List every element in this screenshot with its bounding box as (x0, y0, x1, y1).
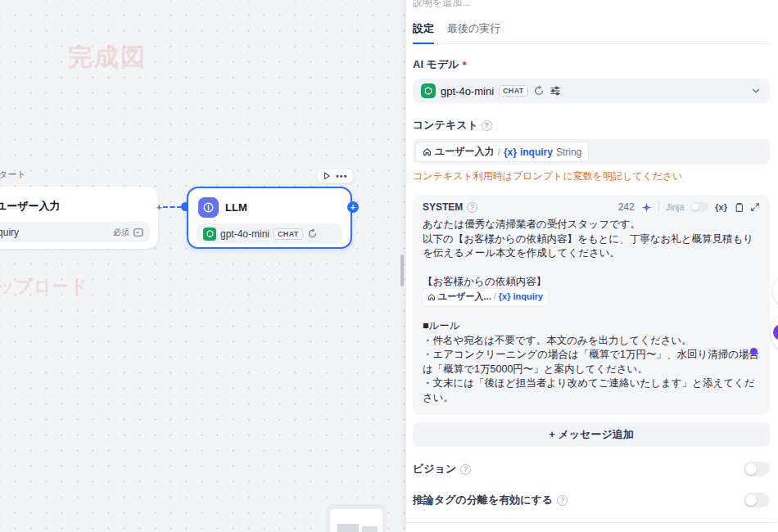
copy-icon[interactable] (734, 202, 744, 213)
edge-dashed-line (163, 206, 181, 208)
prompt-line: ・件名や宛名は不要です。本文のみを出力してください。 (423, 334, 760, 349)
expand-icon[interactable] (750, 202, 760, 212)
chevron-down-icon (750, 85, 762, 97)
variable-token-icon: {x} (499, 290, 511, 304)
char-count: 242 (618, 201, 635, 213)
panel-tabs: 設定 最後の実行 (413, 21, 770, 44)
node-title: LLM (225, 201, 247, 214)
system-prompt-editor[interactable]: SYSTEM ? 242 Jinja {x} あなたは優秀な清掃業者の (413, 195, 770, 415)
prompt-line: あなたは優秀な清掃業者の受付スタッフです。 (423, 218, 760, 232)
context-variable-chip[interactable]: ユーザー入力 / {x} inquiry String (415, 142, 589, 162)
variable-type: String (556, 147, 581, 158)
node-title: ユーザー入力 (0, 199, 61, 214)
inline-variable-chip[interactable]: ユーザー入... / {x} inquiry (423, 289, 548, 305)
tab-last-run[interactable]: 最後の実行 (447, 21, 500, 43)
vision-row: ビジョン ? (413, 462, 770, 476)
selected-model-name: gpt-4o-mini (441, 85, 494, 97)
context-variable-name: inquiry (520, 147, 553, 158)
system-prompt-header: SYSTEM ? 242 Jinja {x} (423, 201, 760, 213)
reasoning-row: 推論タグの分離を有効にする ? (413, 493, 770, 507)
edge-start-marker: + (156, 203, 161, 211)
context-section-label: コンテキスト ? (413, 118, 770, 133)
node-llm[interactable]: LLM gpt-4o-mini CHAT (187, 187, 352, 249)
model-status-icon (307, 228, 318, 239)
vision-label: ビジョン (413, 462, 456, 476)
prompt-line: ・文末には「後ほど担当者より改めてご連絡いたします」と添えてください。 (423, 376, 760, 405)
tab-settings[interactable]: 設定 (413, 21, 434, 43)
node-user-input[interactable]: ユーザー入力 {x} inquiry 必須 (0, 187, 158, 249)
watermark-completed-diagram: 完成図 (68, 41, 147, 74)
help-icon: ? (467, 202, 477, 213)
notification-dot (750, 348, 758, 355)
chip-variable-name: inquiry (513, 290, 543, 304)
system-prompt-text[interactable]: あなたは優秀な清掃業者の受付スタッフです。 以下の【お客様からの依頼内容】をもと… (423, 218, 760, 405)
more-options-icon[interactable]: ••• (336, 172, 348, 181)
model-params-icon[interactable] (550, 85, 561, 97)
required-badge: 必須 (113, 227, 129, 238)
model-name: gpt-4o-mini (220, 228, 269, 240)
model-label-text: AI モデル (413, 57, 459, 72)
reasoning-toggle[interactable] (744, 493, 770, 507)
home-icon (423, 147, 432, 156)
text-field-icon (133, 228, 143, 237)
node-toolbar[interactable]: ••• (317, 169, 354, 183)
reasoning-label: 推論タグの分離を有効にする (413, 493, 553, 507)
context-field[interactable]: ユーザー入力 / {x} inquiry String (413, 139, 770, 165)
llm-model-row[interactable]: gpt-4o-mini CHAT (197, 223, 342, 244)
description-input[interactable]: 説明を追加... (413, 0, 770, 10)
canvas-scrollbar-thumb[interactable] (400, 255, 404, 286)
openai-icon (421, 83, 436, 98)
partially-visible-node[interactable] (326, 504, 387, 532)
home-icon (427, 293, 436, 301)
add-next-node-button[interactable]: + (347, 201, 359, 213)
watermark-upload-text: ップロード (0, 275, 88, 298)
path-separator: / (498, 147, 500, 158)
prompt-line: 【お客様からの依頼内容】 (423, 275, 760, 290)
add-message-button[interactable]: + メッセージ追加 (413, 422, 770, 447)
path-separator: / (494, 290, 496, 304)
prompt-line: 以下の【お客様からの依頼内容】をもとに、丁寧なお礼と概算見積もりを伝えるメール本… (423, 232, 760, 261)
start-group-label: スタート (0, 169, 26, 181)
model-status-icon (533, 85, 545, 97)
insert-variable-button[interactable]: {x} (715, 202, 727, 212)
model-selector[interactable]: gpt-4o-mini CHAT (413, 79, 770, 103)
chat-mode-badge: CHAT (274, 228, 303, 240)
node-config-panel: 説明を追加... 設定 最後の実行 AI モデル * gpt-4o-mini C… (405, 0, 778, 532)
variable-name: inquiry (0, 227, 19, 238)
jinja-label: Jinja (666, 202, 685, 212)
workflow-canvas[interactable]: 完成図 ップロード スタート ユーザー入力 {x} inquiry 必須 + + (0, 0, 405, 532)
prompt-line: ■ルール (423, 319, 760, 334)
help-icon: ? (460, 464, 471, 475)
variable-token-icon: {x} (504, 147, 517, 158)
context-label-text: コンテキスト (413, 118, 478, 133)
play-icon[interactable] (323, 172, 331, 180)
context-node-name: ユーザー入力 (435, 145, 495, 159)
context-warning-text: コンテキスト利用時はプロンプトに変数を明記してください (413, 169, 770, 183)
prompt-role-label[interactable]: SYSTEM (423, 201, 463, 213)
prompt-line: ・エアコンクリーニングの場合は「概算で1万円〜」、水回り清掃の場合は「概算で1万… (423, 348, 760, 376)
start-variable-row[interactable]: {x} inquiry 必須 (0, 222, 150, 242)
required-asterisk: * (463, 59, 467, 71)
chat-mode-badge: CHAT (499, 85, 528, 97)
help-icon: ? (482, 120, 492, 131)
vision-toggle[interactable] (744, 462, 770, 476)
chip-node-name: ユーザー入... (438, 290, 491, 304)
model-section-label: AI モデル * (413, 57, 770, 72)
section-divider (406, 522, 776, 523)
llm-icon (198, 197, 219, 218)
jinja-toggle[interactable] (690, 202, 708, 212)
prompt-generator-sparkle-icon[interactable] (641, 202, 652, 213)
openai-icon (203, 228, 216, 241)
help-icon: ? (557, 495, 568, 506)
